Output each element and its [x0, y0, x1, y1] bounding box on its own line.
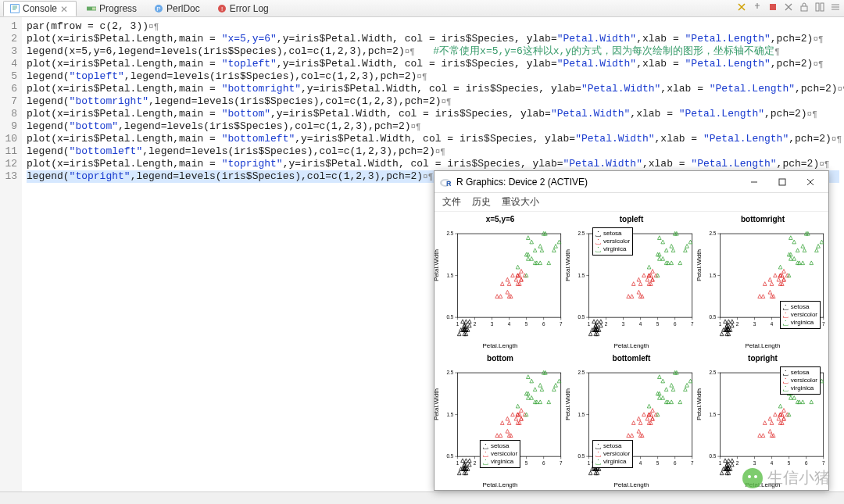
r-graphics-window[interactable]: R R Graphics: Device 2 (ACTIVE) 文件 历史 重设… [434, 170, 829, 491]
svg-rect-11 [821, 3, 824, 11]
pin-icon[interactable] [752, 2, 763, 13]
plot-ylabel: Petal.Width [564, 388, 571, 420]
svg-rect-15 [779, 179, 785, 185]
split-icon[interactable] [814, 2, 825, 13]
stop-icon[interactable] [767, 2, 778, 13]
tab-errorlog-label: Error Log [230, 3, 269, 14]
tab-console[interactable]: Console ✕ [3, 1, 77, 16]
maximize-button[interactable] [769, 173, 796, 191]
console-icon [10, 4, 20, 13]
tab-errorlog[interactable]: ! Error Log [210, 1, 276, 16]
svg-text:!: ! [221, 5, 223, 13]
svg-text:0.5: 0.5 [446, 453, 453, 459]
plot-2: bottomright12345670.51.52.5Petal.LengthP… [697, 212, 828, 351]
plot-xlabel: Petal.Length [566, 481, 697, 488]
lock-icon[interactable] [799, 2, 810, 13]
svg-text:1.5: 1.5 [446, 412, 453, 417]
svg-rect-9 [801, 6, 807, 11]
minimize-button[interactable] [741, 173, 767, 191]
svg-text:P: P [156, 5, 160, 13]
svg-text:2: 2 [474, 460, 477, 466]
svg-text:1.5: 1.5 [578, 273, 585, 278]
svg-text:2.5: 2.5 [578, 370, 585, 375]
plot-ylabel: Petal.Width [433, 249, 440, 281]
svg-text:1: 1 [456, 460, 460, 466]
menu-icon[interactable] [830, 2, 841, 13]
plot-xlabel: Petal.Length [697, 342, 828, 349]
svg-text:1.5: 1.5 [709, 412, 716, 417]
svg-rect-3 [87, 7, 92, 10]
plot-ylabel: Petal.Width [433, 388, 440, 420]
svg-text:4: 4 [508, 321, 511, 327]
plot-0: x=5,y=612345670.51.52.5Petal.LengthPetal… [435, 212, 566, 351]
status-bar [0, 491, 844, 504]
svg-text:7: 7 [560, 460, 563, 466]
svg-text:1.5: 1.5 [446, 273, 453, 278]
close-x-icon[interactable] [736, 2, 747, 13]
plot-xlabel: Petal.Length [435, 481, 566, 488]
plot-title: bottomright [697, 212, 828, 223]
errorlog-icon: ! [217, 4, 227, 13]
r-window-title: R Graphics: Device 2 (ACTIVE) [456, 177, 588, 188]
tab-perldoc[interactable]: P PerlDoc [147, 1, 207, 16]
line-gutter: 12345678910111213 [0, 17, 22, 491]
plot-xlabel: Petal.Length [435, 342, 566, 349]
menu-history[interactable]: 历史 [472, 195, 491, 209]
svg-text:0.5: 0.5 [709, 314, 716, 320]
svg-text:5: 5 [656, 321, 660, 327]
plot-legend: setosaversicolorvirginica [592, 440, 633, 468]
plot-ylabel: Petal.Width [564, 249, 571, 281]
toolbar-right [736, 2, 841, 13]
tab-perldoc-label: PerlDoc [166, 3, 200, 14]
plot-title: topleft [566, 212, 697, 223]
svg-text:2: 2 [736, 460, 739, 466]
menu-resize[interactable]: 重设大小 [502, 195, 539, 209]
svg-text:0.5: 0.5 [578, 453, 585, 459]
svg-rect-10 [816, 3, 819, 11]
svg-text:3: 3 [491, 321, 494, 327]
svg-text:6: 6 [674, 321, 677, 327]
plot-legend: setosaversicolorvirginica [480, 440, 520, 468]
svg-text:5: 5 [525, 460, 528, 466]
tab-progress-label: Progress [99, 3, 137, 14]
clear-icon[interactable] [783, 2, 794, 13]
svg-text:6: 6 [805, 460, 808, 466]
watermark-text: 生信小猪 [767, 467, 830, 488]
close-icon[interactable]: ✕ [60, 4, 70, 13]
svg-text:3: 3 [622, 321, 625, 327]
svg-text:0.5: 0.5 [446, 314, 453, 320]
plot-ylabel: Petal.Width [696, 388, 703, 420]
svg-text:4: 4 [771, 321, 774, 327]
plot-xlabel: Petal.Length [566, 342, 697, 349]
svg-text:2.5: 2.5 [446, 370, 453, 375]
svg-text:1: 1 [719, 321, 722, 327]
svg-text:1: 1 [588, 321, 591, 327]
plot-grid: x=5,y=612345670.51.52.5Petal.LengthPetal… [435, 212, 828, 490]
svg-rect-16 [457, 234, 560, 317]
svg-text:6: 6 [542, 321, 545, 327]
svg-text:0.5: 0.5 [709, 453, 716, 459]
plot-4: bottomleft12345670.51.52.5Petal.LengthPe… [566, 351, 697, 490]
r-window-titlebar[interactable]: R R Graphics: Device 2 (ACTIVE) [435, 171, 828, 193]
svg-rect-8 [770, 4, 776, 10]
r-logo-icon: R [439, 176, 452, 188]
svg-text:6: 6 [674, 460, 677, 466]
svg-text:2.5: 2.5 [709, 370, 716, 375]
svg-text:6: 6 [542, 460, 545, 466]
svg-text:3: 3 [753, 321, 756, 327]
svg-text:2: 2 [605, 321, 608, 327]
plot-ylabel: Petal.Width [696, 249, 703, 281]
svg-text:7: 7 [822, 321, 825, 327]
close-button[interactable] [797, 173, 824, 191]
svg-text:1: 1 [456, 321, 460, 327]
plot-legend: setosaversicolorvirginica [780, 301, 821, 329]
plot-title: topright [697, 351, 828, 363]
svg-text:1.5: 1.5 [709, 273, 716, 278]
plot-legend: setosaversicolorvirginica [780, 366, 821, 395]
svg-text:7: 7 [691, 321, 694, 327]
progress-icon [87, 4, 96, 13]
svg-text:7: 7 [822, 460, 825, 466]
tab-console-label: Console [23, 3, 57, 14]
menu-file[interactable]: 文件 [442, 195, 461, 209]
tab-progress[interactable]: Progress [80, 1, 144, 16]
